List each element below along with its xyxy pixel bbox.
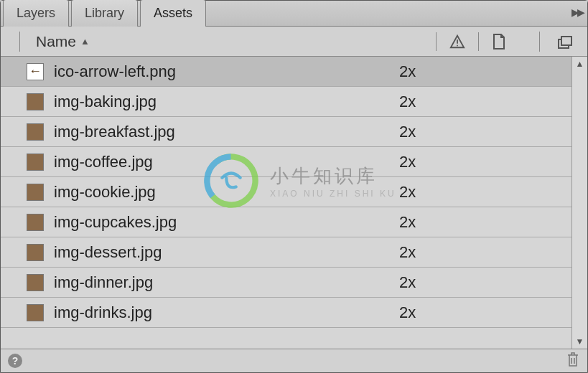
scroll-down-icon[interactable]: ▼ (572, 334, 587, 349)
asset-scale: 2x (399, 213, 571, 232)
asset-scale: 2x (399, 243, 571, 262)
name-column-header[interactable]: Name ▲ (24, 33, 436, 50)
asset-thumbnail (27, 244, 44, 261)
header-icon-group (436, 32, 535, 51)
column-separator (478, 32, 479, 51)
asset-thumbnail (27, 274, 44, 291)
page-icon[interactable] (492, 33, 506, 50)
svg-point-1 (457, 44, 458, 46)
column-header-row: Name ▲ (1, 27, 587, 57)
asset-row[interactable]: img-cupcakes.jpg2x (1, 207, 571, 237)
assets-panel: Layers Library Assets ▶▶ Name ▲ ←ico-arr… (0, 0, 588, 373)
asset-row[interactable]: img-dinner.jpg2x (1, 268, 571, 298)
sort-ascending-icon: ▲ (80, 36, 90, 47)
asset-scale: 2x (399, 183, 571, 202)
asset-row[interactable]: img-cookie.jpg2x (1, 177, 571, 207)
asset-scale: 2x (399, 303, 571, 322)
asset-thumbnail (27, 93, 44, 110)
vertical-scrollbar[interactable]: ▲ ▼ (571, 57, 587, 349)
tab-library[interactable]: Library (71, 0, 138, 27)
tab-bar: Layers Library Assets ▶▶ (1, 1, 587, 27)
asset-scale: 2x (399, 93, 571, 111)
asset-name: img-cookie.jpg (54, 183, 399, 202)
help-button[interactable]: ? (8, 354, 22, 368)
trash-icon[interactable] (566, 351, 580, 370)
asset-name: img-cupcakes.jpg (54, 213, 399, 232)
name-column-label: Name (36, 33, 76, 50)
asset-thumbnail (27, 123, 44, 141)
asset-row[interactable]: img-dessert.jpg2x (1, 237, 571, 268)
asset-thumbnail (27, 214, 44, 231)
asset-row[interactable]: img-breakfast.jpg2x (1, 117, 571, 147)
scroll-up-icon[interactable]: ▲ (572, 57, 587, 71)
asset-row[interactable]: img-coffee.jpg2x (1, 147, 571, 177)
svg-rect-3 (561, 37, 571, 45)
asset-name: img-breakfast.jpg (54, 123, 399, 141)
asset-thumbnail (27, 154, 44, 171)
asset-scale: 2x (399, 62, 571, 81)
arrow-left-icon: ← (27, 63, 44, 80)
tab-assets[interactable]: Assets (140, 0, 206, 27)
asset-scale: 2x (399, 273, 571, 292)
stack-icon[interactable] (557, 34, 574, 49)
asset-scale: 2x (399, 153, 571, 171)
asset-row[interactable]: img-drinks.jpg2x (1, 298, 571, 328)
asset-name: img-drinks.jpg (54, 303, 399, 322)
asset-thumbnail (27, 304, 44, 321)
panel-footer: ? (1, 349, 587, 372)
asset-name: img-dessert.jpg (54, 243, 399, 262)
tab-layers[interactable]: Layers (3, 0, 69, 27)
collapse-panel-icon[interactable]: ▶▶ (571, 6, 583, 18)
column-separator (539, 32, 540, 52)
column-separator (436, 32, 437, 51)
assets-body: ←ico-arrow-left.png2ximg-baking.jpg2ximg… (1, 57, 587, 349)
asset-name: img-baking.jpg (54, 93, 399, 111)
asset-row[interactable]: ←ico-arrow-left.png2x (1, 57, 571, 87)
warning-icon[interactable] (449, 34, 465, 49)
asset-thumbnail (27, 184, 44, 201)
asset-scale: 2x (399, 123, 571, 141)
asset-name: img-coffee.jpg (54, 153, 399, 171)
asset-name: img-dinner.jpg (54, 273, 399, 292)
column-separator (19, 32, 20, 52)
asset-row[interactable]: img-baking.jpg2x (1, 87, 571, 117)
asset-list: ←ico-arrow-left.png2ximg-baking.jpg2ximg… (1, 57, 571, 349)
asset-name: ico-arrow-left.png (54, 62, 399, 81)
